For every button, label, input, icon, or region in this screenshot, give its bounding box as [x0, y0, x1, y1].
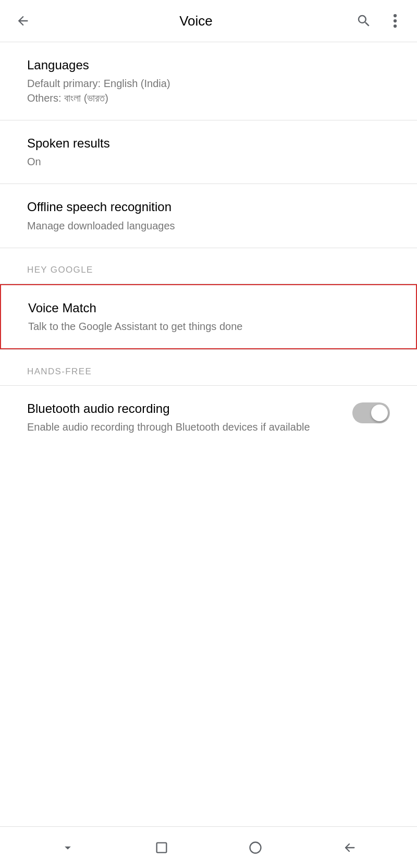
app-bar-actions [350, 7, 409, 34]
bluetooth-audio-content: Bluetooth audio recording Enable audio r… [27, 400, 344, 434]
search-button[interactable] [350, 7, 377, 34]
offline-speech-subtitle: Manage downloaded languages [27, 218, 390, 233]
offline-speech-item[interactable]: Offline speech recognition Manage downlo… [0, 184, 417, 247]
languages-others: Others: বাংলা (ভারত) [27, 91, 390, 105]
toggle-knob [371, 405, 388, 421]
bluetooth-audio-subtitle: Enable audio recording through Bluetooth… [27, 420, 344, 434]
voice-match-subtitle: Talk to the Google Assistant to get thin… [28, 319, 389, 334]
spoken-results-item[interactable]: Spoken results On [0, 120, 417, 184]
bluetooth-audio-title: Bluetooth audio recording [27, 400, 344, 417]
svg-point-0 [394, 14, 397, 17]
languages-primary: Default primary: English (India) [27, 76, 390, 91]
hands-free-section-header: HANDS-FREE [0, 350, 417, 385]
dropdown-nav-button[interactable] [52, 832, 83, 863]
offline-speech-title: Offline speech recognition [27, 199, 390, 215]
hey-google-section-header: HEY GOOGLE [0, 248, 417, 284]
bluetooth-audio-toggle[interactable] [352, 402, 390, 423]
languages-item[interactable]: Languages Default primary: English (Indi… [0, 42, 417, 120]
more-options-button[interactable] [382, 7, 409, 34]
hey-google-label: HEY GOOGLE [27, 265, 93, 275]
voice-match-item[interactable]: Voice Match Talk to the Google Assistant… [0, 284, 417, 349]
hands-free-label: HANDS-FREE [27, 366, 92, 376]
bottom-nav [0, 826, 417, 868]
svg-point-2 [394, 25, 397, 28]
recent-apps-button[interactable] [146, 832, 177, 863]
voice-match-title: Voice Match [28, 300, 389, 316]
bluetooth-toggle-container [352, 400, 390, 423]
home-button[interactable] [240, 832, 271, 863]
spoken-results-status: On [27, 154, 390, 169]
svg-rect-3 [157, 842, 167, 852]
app-bar: Voice [0, 0, 417, 42]
page-title: Voice [42, 13, 350, 29]
svg-point-1 [394, 19, 397, 22]
spoken-results-title: Spoken results [27, 135, 390, 151]
languages-title: Languages [27, 57, 390, 73]
back-button[interactable] [8, 6, 38, 35]
back-nav-button[interactable] [334, 832, 365, 863]
bluetooth-audio-item[interactable]: Bluetooth audio recording Enable audio r… [0, 386, 417, 449]
svg-point-4 [250, 842, 261, 853]
